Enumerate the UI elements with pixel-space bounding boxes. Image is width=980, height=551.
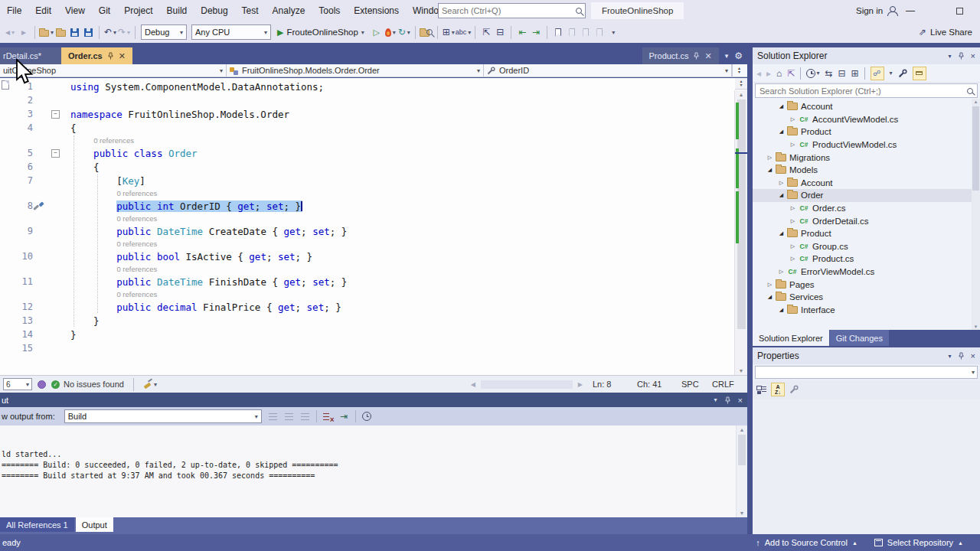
toggle-bookmark-button[interactable] xyxy=(551,24,565,40)
tree-item[interactable]: ▷ C# ErrorViewModel.cs xyxy=(753,266,980,279)
properties-wrench-icon[interactable] xyxy=(898,69,907,78)
start-without-debugging-button[interactable]: ▷ xyxy=(370,24,384,40)
live-share-button[interactable]: ⇗ Live Share xyxy=(919,21,972,43)
gear-icon[interactable]: ⚙ xyxy=(734,51,743,61)
start-debugging-button[interactable]: ▶ FrouteOnlineShop ▾ xyxy=(277,28,364,37)
expander-icon[interactable]: ▷ xyxy=(789,116,797,122)
tree-item[interactable]: ▷ C# AccountViewModel.cs xyxy=(753,113,980,126)
expander-icon[interactable]: ▷ xyxy=(789,142,797,148)
close-icon[interactable]: × xyxy=(971,351,975,360)
intellisense-status-icon[interactable] xyxy=(38,380,46,389)
properties-header[interactable]: Properties ▾ × xyxy=(753,347,980,364)
expander-icon[interactable]: ▷ xyxy=(789,243,797,249)
clear-all-icon[interactable] xyxy=(323,412,333,422)
sync-icon[interactable]: ⇆ xyxy=(825,68,832,79)
menu-item[interactable]: File xyxy=(0,0,28,21)
hscroll-left-icon[interactable]: ◀ xyxy=(471,381,475,388)
indent-increase-button[interactable]: ⇥ xyxy=(529,24,543,40)
save-all-button[interactable] xyxy=(81,24,95,40)
close-icon[interactable]: × xyxy=(738,396,743,405)
close-icon[interactable]: × xyxy=(971,51,975,60)
next-bookmark-button[interactable] xyxy=(579,24,593,40)
expander-icon[interactable]: ◢ xyxy=(777,307,786,313)
next-message-icon[interactable] xyxy=(300,412,310,422)
codelens-references[interactable]: 0 references xyxy=(70,265,157,273)
sync-with-active-document-icon[interactable]: ☍ xyxy=(871,67,884,80)
output-scrollbar[interactable]: ▲ ▼ xyxy=(736,425,747,517)
menu-item[interactable]: View xyxy=(58,0,92,21)
save-button[interactable] xyxy=(67,24,81,40)
scrollbar-thumb[interactable] xyxy=(738,435,746,465)
hot-reload-button[interactable]: ▾ xyxy=(384,24,397,40)
back-icon[interactable]: ◂ xyxy=(756,68,761,79)
cursor-step-button[interactable]: ⇱ xyxy=(479,24,493,40)
type-dropdown[interactable]: FruitOnlineShop.Models.Order.Order ▾ xyxy=(227,64,484,77)
collapse-all-icon[interactable]: ⊟ xyxy=(838,68,845,79)
right-panel-tab[interactable]: Solution Explorer xyxy=(753,330,829,346)
editor-vertical-scrollbar[interactable]: ▴▾ ▲ ▼ xyxy=(734,90,747,375)
scroll-down-icon[interactable]: ▼ xyxy=(972,324,980,329)
document-health-indicator[interactable]: ✓ No issues found xyxy=(51,380,124,389)
expander-icon[interactable]: ▷ xyxy=(777,269,786,275)
horizontal-scrollbar[interactable] xyxy=(481,380,573,389)
tree-item[interactable]: ▷ Account xyxy=(753,177,980,190)
scroll-up-icon[interactable]: ▲ xyxy=(735,92,747,97)
previous-message-icon[interactable] xyxy=(284,412,294,422)
codelens-references[interactable]: 0 references xyxy=(70,189,157,197)
codelens-references[interactable]: 0 references xyxy=(70,214,157,223)
code-cleanup-button[interactable]: ▾ xyxy=(143,377,157,392)
restart-app-button[interactable]: ↻▾ xyxy=(397,24,411,40)
tree-item[interactable]: ◢ Models xyxy=(753,164,980,177)
expander-icon[interactable]: ◢ xyxy=(766,167,774,173)
splitter-handle[interactable]: ▴▾ xyxy=(735,78,747,90)
tree-item[interactable]: ▷ C# OrderDetail.cs xyxy=(753,214,980,227)
output-log[interactable]: ld started...======== Build: 0 succeeded… xyxy=(0,425,747,517)
menu-item[interactable]: Extensions xyxy=(347,0,406,21)
timestamp-icon[interactable] xyxy=(362,412,371,421)
scroll-down-icon[interactable]: ▼ xyxy=(735,368,747,373)
window-position-dropdown-icon[interactable]: ▾ xyxy=(949,53,952,60)
window-position-dropdown-icon[interactable]: ▾ xyxy=(949,353,952,360)
quick-actions-screwdriver-icon[interactable] xyxy=(34,202,44,212)
show-all-files-icon[interactable] xyxy=(913,67,926,80)
codelens-references[interactable]: 0 references xyxy=(70,240,157,248)
output-panel-header[interactable]: ut ▾ × xyxy=(0,393,747,407)
scroll-down-icon[interactable]: ▼ xyxy=(737,510,747,516)
spell-check-button[interactable]: abc▾ xyxy=(456,24,472,40)
close-icon[interactable]: ✕ xyxy=(119,51,126,61)
expander-icon[interactable]: ◢ xyxy=(777,129,786,135)
tree-item[interactable]: ◢ Interface xyxy=(753,304,980,317)
preview-selected-items-icon[interactable]: ⊞ xyxy=(851,68,859,79)
expander-icon[interactable]: ▷ xyxy=(789,205,797,211)
categorized-icon[interactable] xyxy=(756,385,766,395)
menu-item[interactable]: Tools xyxy=(312,0,347,21)
menu-item[interactable]: Edit xyxy=(28,0,58,21)
panel-tab[interactable]: Output xyxy=(76,517,113,532)
solution-windows-button[interactable]: ⊞▾ xyxy=(442,24,456,40)
tree-item[interactable]: ▷ Migrations xyxy=(753,151,980,164)
panel-tab[interactable]: All References 1 xyxy=(0,517,74,532)
minimize-button[interactable]: — xyxy=(897,0,923,21)
tab-list-dropdown-icon[interactable]: ▾ xyxy=(725,52,729,60)
comment-button[interactable]: ⊟ xyxy=(493,24,507,40)
expander-icon[interactable]: ◢ xyxy=(766,294,774,300)
undo-button[interactable]: ↶▾ xyxy=(103,24,117,40)
new-project-button[interactable]: ▾ xyxy=(39,24,54,40)
tree-item[interactable]: ◢ Services xyxy=(753,291,980,304)
menu-item[interactable]: Analyze xyxy=(266,0,312,21)
tree-item[interactable]: ▷ C# Order.cs xyxy=(753,202,980,215)
pending-changes-filter-icon[interactable]: ▾ xyxy=(806,69,819,78)
fold-collapse-icon[interactable] xyxy=(48,146,61,160)
clear-bookmarks-button[interactable] xyxy=(593,24,606,40)
home-icon[interactable]: ⌂ xyxy=(776,68,782,79)
menu-item[interactable]: Build xyxy=(160,0,194,21)
scrollbar-thumb[interactable] xyxy=(972,106,979,191)
expander-icon[interactable]: ◢ xyxy=(777,230,786,236)
navigate-forward-icon[interactable]: ▸ xyxy=(17,24,31,40)
pin-icon[interactable] xyxy=(958,52,965,60)
menu-item[interactable]: Debug xyxy=(194,0,234,21)
split-window-button[interactable]: ▴▾ xyxy=(732,64,746,77)
tab-product[interactable]: Product.cs ✕ xyxy=(642,47,719,64)
window-position-dropdown-icon[interactable]: ▾ xyxy=(714,396,717,403)
alphabetical-sort-icon[interactable]: AZ↓ xyxy=(771,383,785,396)
